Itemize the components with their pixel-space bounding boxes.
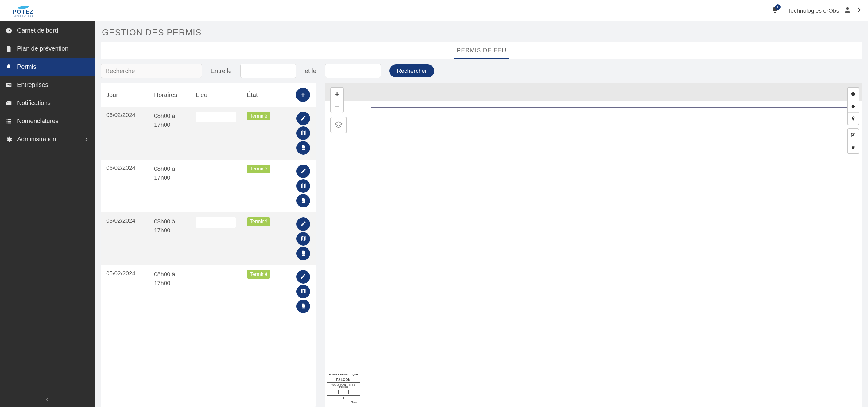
sidebar-item-carnet[interactable]: Carnet de bord [0, 22, 95, 40]
cell-state: Terminé [247, 270, 284, 279]
sidebar-item-administration[interactable]: Administration [0, 130, 95, 148]
table-row: 06/02/202408h00 à17h00TerminéPDF [101, 160, 315, 212]
svg-text:PDF: PDF [302, 200, 305, 202]
cell-state: Terminé [247, 164, 284, 173]
map-panel[interactable]: POTEZ AERONAUTIQUE FALCON VUE EN PLAN - … [325, 83, 863, 407]
floor-plan[interactable]: POTEZ AERONAUTIQUE FALCON VUE EN PLAN - … [325, 101, 863, 407]
user-menu-toggle[interactable] [856, 6, 863, 15]
pentagon-icon [850, 91, 856, 97]
sidebar: Carnet de bord Plan de prévention Permis… [0, 22, 95, 407]
svg-rect-4 [9, 84, 11, 85]
pdf-icon: PDF [300, 145, 306, 152]
layers-button[interactable] [330, 117, 347, 133]
date-to-input[interactable] [325, 64, 381, 78]
fire-icon [5, 64, 12, 70]
sidebar-item-label: Notifications [17, 99, 51, 106]
draw-circle-button[interactable] [848, 100, 859, 112]
notifications-count: 1 [775, 4, 780, 10]
add-permit-button[interactable] [296, 88, 310, 102]
svg-text:PDF: PDF [302, 148, 305, 150]
sidebar-item-plan[interactable]: Plan de prévention [0, 40, 95, 58]
sidebar-item-label: Administration [17, 136, 56, 143]
svg-point-20 [852, 105, 855, 108]
search-input[interactable] [101, 64, 202, 78]
search-button[interactable]: Rechercher [390, 64, 434, 77]
sidebar-collapse-button[interactable] [44, 396, 51, 405]
cell-place [196, 217, 245, 228]
status-badge: Terminé [247, 112, 270, 120]
sidebar-item-label: Plan de prévention [17, 45, 68, 52]
map-icon [300, 183, 306, 190]
label-and: et le [305, 67, 316, 74]
svg-rect-6 [7, 119, 8, 120]
brand-logo: POTEZ aéronautique [13, 4, 34, 17]
pencil-icon [300, 274, 306, 281]
pdf-icon: PDF [300, 250, 306, 257]
map-icon [300, 130, 306, 137]
cell-state: Terminé [247, 217, 284, 226]
pencil-icon [300, 168, 306, 175]
document-icon [5, 45, 12, 52]
sidebar-item-entreprises[interactable]: Entreprises [0, 76, 95, 94]
delete-shape-button[interactable] [848, 141, 859, 154]
status-badge: Terminé [247, 164, 270, 173]
svg-rect-11 [8, 122, 11, 123]
svg-marker-19 [851, 92, 856, 96]
table-row: 06/02/202408h00 à17h00TerminéPDF [101, 107, 315, 160]
sidebar-item-notifications[interactable]: Notifications [0, 94, 95, 112]
svg-rect-7 [8, 119, 11, 120]
draw-marker-button[interactable] [848, 112, 859, 125]
zoom-in-button[interactable]: + [331, 88, 343, 100]
plus-icon [300, 91, 306, 98]
row-map-button[interactable] [297, 179, 310, 193]
edit-shape-button[interactable] [848, 129, 859, 141]
cell-date: 05/02/2024 [106, 270, 152, 277]
user-icon [843, 6, 851, 15]
draw-polygon-button[interactable] [848, 88, 859, 100]
svg-text:PDF: PDF [302, 253, 305, 255]
row-pdf-button[interactable]: PDF [297, 247, 310, 260]
divider [783, 6, 784, 15]
row-edit-button[interactable] [297, 164, 310, 178]
notifications-button[interactable]: 1 [771, 6, 779, 15]
row-map-button[interactable] [297, 285, 310, 299]
pdf-icon: PDF [300, 197, 306, 205]
sidebar-item-label: Entreprises [17, 81, 48, 88]
date-from-input[interactable] [240, 64, 296, 78]
plan-legend-project: FALCON [327, 377, 360, 383]
cell-place [196, 112, 245, 122]
sidebar-item-nomenclatures[interactable]: Nomenclatures [0, 112, 95, 130]
brand-name: POTEZ [13, 9, 34, 15]
status-badge: Terminé [247, 217, 270, 226]
layers-icon [334, 121, 343, 129]
sidebar-item-label: Permis [17, 63, 36, 70]
row-pdf-button[interactable]: PDF [297, 194, 310, 208]
row-edit-button[interactable] [297, 112, 310, 125]
cell-state: Terminé [247, 112, 284, 120]
row-pdf-button[interactable]: PDF [297, 300, 310, 313]
cell-date: 06/02/2024 [106, 112, 152, 119]
trash-icon [850, 145, 856, 150]
svg-point-0 [846, 7, 849, 10]
col-header-day: Jour [106, 91, 152, 98]
permits-table: Jour Horaires Lieu État 06/02/202408h00 … [101, 83, 315, 407]
cell-hours: 08h00 à17h00 [154, 270, 194, 288]
page-title: GESTION DES PERMIS [102, 28, 863, 37]
cell-hours: 08h00 à17h00 [154, 112, 194, 129]
tab-permis-de-feu[interactable]: PERMIS DE FEU [454, 43, 509, 59]
row-map-button[interactable] [297, 126, 310, 140]
row-edit-button[interactable] [297, 270, 310, 284]
zoom-out-button[interactable]: − [331, 100, 343, 113]
tab-bar: PERMIS DE FEU [101, 42, 863, 59]
svg-marker-18 [335, 122, 342, 126]
edit-tools [847, 128, 859, 154]
svg-rect-5 [9, 85, 11, 85]
row-map-button[interactable] [297, 232, 310, 246]
svg-text:PDF: PDF [302, 306, 305, 308]
pin-icon [850, 116, 856, 122]
sidebar-item-permis[interactable]: Permis [0, 58, 95, 76]
row-edit-button[interactable] [297, 217, 310, 231]
sidebar-item-label: Carnet de bord [17, 27, 58, 34]
row-pdf-button[interactable]: PDF [297, 141, 310, 155]
col-header-hours: Horaires [154, 91, 194, 98]
